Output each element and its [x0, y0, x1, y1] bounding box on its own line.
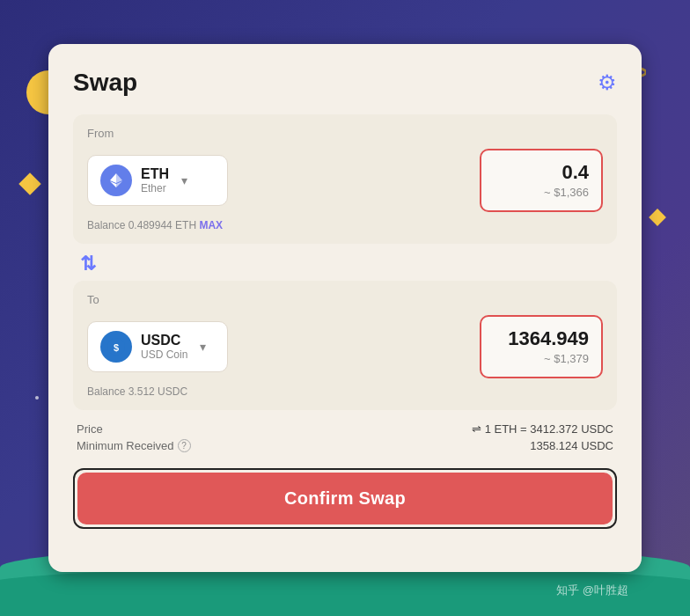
swap-card: Swap ⚙ From ETH Ether ▾	[48, 44, 642, 572]
svg-text:$: $	[114, 342, 119, 353]
to-chevron-icon: ▾	[200, 340, 206, 354]
to-amount-box: 1364.949 ~ $1,379	[480, 315, 603, 378]
card-title: Swap	[73, 69, 137, 97]
to-section: To $ USDC USD Coin ▾ 1364.949 ~ $1,379	[73, 281, 617, 410]
min-received-value: 1358.124 USDC	[530, 439, 613, 452]
to-amount-value: 1364.949	[494, 327, 589, 350]
to-amount-usd: ~ $1,379	[544, 352, 589, 365]
to-balance-text: Balance 3.512 USDC	[87, 385, 187, 398]
min-received-label-group: Minimum Received ?	[77, 439, 191, 452]
to-balance-row: Balance 3.512 USDC	[87, 385, 603, 398]
from-amount-usd: ~ $1,366	[544, 186, 589, 199]
from-amount-box[interactable]: 0.4 ~ $1,366	[480, 149, 603, 212]
eth-token-info: ETH Ether	[141, 166, 169, 194]
hint-icon[interactable]: ?	[178, 439, 191, 452]
from-balance-row: Balance 0.489944 ETH MAX	[87, 219, 603, 231]
from-amount-value: 0.4	[494, 161, 589, 184]
svg-marker-2	[116, 173, 122, 183]
max-link[interactable]: MAX	[199, 219, 223, 231]
settings-icon[interactable]: ⚙	[598, 70, 617, 95]
watermark: 知乎 @叶胜超	[556, 583, 628, 598]
price-value: ⇌ 1 ETH = 3412.372 USDC	[472, 422, 613, 436]
swap-arrows-icon[interactable]: ⇅	[80, 253, 96, 275]
card-header: Swap ⚙	[73, 69, 617, 97]
svg-marker-3	[110, 173, 116, 183]
usdc-icon: $	[100, 331, 132, 363]
from-chevron-icon: ▾	[181, 173, 187, 187]
min-received-row: Minimum Received ? 1358.124 USDC	[77, 439, 613, 452]
eth-icon	[100, 165, 132, 196]
info-rows: Price ⇌ 1 ETH = 3412.372 USDC Minimum Re…	[73, 422, 617, 456]
eth-token-name: ETH	[141, 166, 169, 182]
from-label: From	[87, 127, 603, 140]
usdc-token-name: USDC	[141, 333, 187, 348]
min-received-label: Minimum Received	[77, 439, 174, 452]
price-row: Price ⇌ 1 ETH = 3412.372 USDC	[77, 422, 613, 436]
to-label: To	[87, 293, 603, 306]
eth-token-full-name: Ether	[141, 182, 169, 194]
confirm-swap-button[interactable]: Confirm Swap	[77, 473, 613, 524]
from-token-selector[interactable]: ETH Ether ▾	[87, 155, 228, 206]
confirm-button-wrapper: Confirm Swap	[73, 468, 617, 529]
to-token-row: $ USDC USD Coin ▾ 1364.949 ~ $1,379	[87, 315, 603, 378]
swap-direction: ⇅	[73, 247, 617, 281]
price-label: Price	[77, 422, 103, 436]
from-section: From ETH Ether ▾ 0.4	[73, 114, 617, 244]
from-token-row: ETH Ether ▾ 0.4 ~ $1,366	[87, 149, 603, 212]
usdc-token-full-name: USD Coin	[141, 348, 187, 361]
from-balance-text: Balance 0.489944 ETH	[87, 219, 196, 231]
usdc-token-info: USDC USD Coin	[141, 333, 187, 361]
to-token-selector[interactable]: $ USDC USD Coin ▾	[87, 321, 228, 372]
